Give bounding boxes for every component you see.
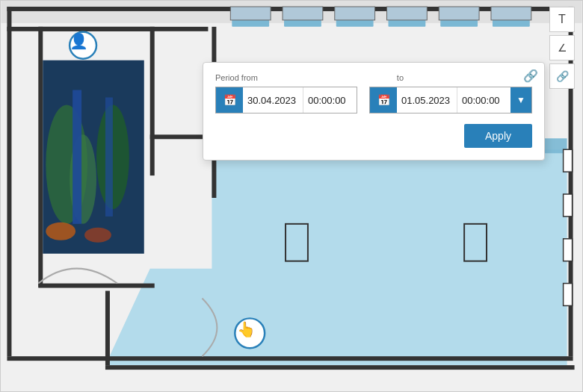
apply-row: Apply <box>215 124 532 148</box>
link-icon: 🔗 <box>556 70 569 82</box>
from-calendar-button[interactable]: 📅 <box>216 87 243 113</box>
date-period-popup: 🔗 Period from to 📅 📅 <box>203 62 545 161</box>
text-tool-button[interactable]: T <box>549 7 575 32</box>
svg-rect-23 <box>564 149 573 172</box>
period-from-label: Period from <box>215 73 258 82</box>
angle-tool-button[interactable]: ∠ <box>549 35 575 60</box>
text-icon: T <box>558 13 566 26</box>
svg-rect-25 <box>564 239 573 261</box>
to-date-input[interactable] <box>397 87 457 113</box>
floorplan-svg <box>1 1 582 391</box>
svg-rect-30 <box>387 7 428 20</box>
from-time-input[interactable] <box>303 87 357 113</box>
svg-rect-28 <box>283 7 323 20</box>
svg-rect-32 <box>491 7 531 20</box>
svg-rect-18 <box>7 27 208 31</box>
right-toolbar: T ∠ 🔗 <box>549 7 576 89</box>
svg-rect-40 <box>105 98 113 217</box>
angle-icon: ∠ <box>558 42 567 54</box>
to-label: to <box>397 73 404 82</box>
link-tool-button[interactable]: 🔗 <box>549 63 575 89</box>
from-calendar-icon: 📅 <box>223 94 236 106</box>
apply-button[interactable]: Apply <box>464 124 532 148</box>
svg-rect-39 <box>73 90 81 224</box>
svg-rect-31 <box>439 7 479 20</box>
to-calendar-icon: 📅 <box>377 94 390 106</box>
svg-rect-14 <box>38 27 43 287</box>
popup-link-icon[interactable]: 🔗 <box>523 69 538 83</box>
to-date-field-group: 📅 ▼ <box>369 87 532 113</box>
svg-rect-27 <box>230 7 271 20</box>
svg-rect-17 <box>38 284 154 288</box>
svg-point-44 <box>235 318 265 348</box>
svg-rect-10 <box>7 7 11 356</box>
from-date-field-group: 📅 <box>215 87 357 113</box>
svg-rect-15 <box>150 27 155 175</box>
svg-rect-22 <box>105 291 110 366</box>
svg-rect-24 <box>564 194 573 217</box>
period-dropdown-button[interactable]: ▼ <box>510 87 531 113</box>
svg-rect-29 <box>335 7 375 20</box>
svg-point-43 <box>70 32 96 59</box>
svg-point-38 <box>84 228 111 243</box>
svg-rect-13 <box>7 356 573 361</box>
to-time-input[interactable] <box>457 87 510 113</box>
main-container: 👤 👆 T ∠ 🔗 🔗 Period from to 📅 <box>0 0 583 392</box>
to-calendar-button[interactable]: 📅 <box>370 87 397 113</box>
svg-point-37 <box>46 223 75 240</box>
svg-rect-26 <box>564 284 573 306</box>
dropdown-icon: ▼ <box>516 95 525 105</box>
svg-rect-21 <box>105 365 575 370</box>
from-date-input[interactable] <box>243 87 303 113</box>
